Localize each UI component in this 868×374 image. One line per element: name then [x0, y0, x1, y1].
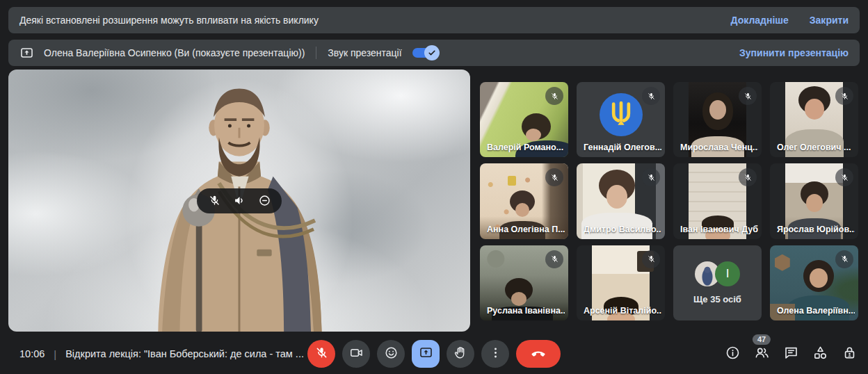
meeting-info: 10:06 | Відкрита лекція: "Іван Боберськи…: [19, 334, 304, 374]
overflow-count-label: Ще 35 осіб: [693, 294, 741, 304]
presentation-sound-toggle[interactable]: [412, 45, 440, 60]
mic-toggle-button[interactable]: [307, 340, 335, 368]
presenter-label: Олена Валеріївна Осипенко (Ви (показуєте…: [44, 47, 305, 58]
participant-count-badge: 47: [753, 334, 771, 345]
participants-button[interactable]: 47: [753, 340, 771, 368]
mic-muted-icon: [739, 87, 757, 105]
participant-tile-olena[interactable]: Олена Валеріївн...: [770, 245, 858, 320]
presentation-mic-off-icon: [204, 190, 225, 211]
presentation-banner: Олена Валеріївна Осипенко (Ви (показуєте…: [8, 40, 860, 66]
participant-tile-myroslava[interactable]: Мирослава Ченц...: [673, 82, 762, 157]
meeting-details-button[interactable]: [723, 340, 741, 368]
participant-name: Геннадій Олегов...: [584, 143, 661, 152]
google-meet-window: Деякі встановлені розширення можуть впли…: [0, 0, 868, 374]
reactions-button[interactable]: [377, 340, 405, 368]
participant-tile-arsenii[interactable]: Арсеній Віталійо...: [577, 245, 665, 320]
participant-tile-valerii[interactable]: Валерій Романо...: [480, 82, 568, 157]
lock-icon: [842, 345, 858, 363]
more-options-button[interactable]: [481, 340, 509, 368]
bottom-bar: 10:06 | Відкрита лекція: "Іван Боберськи…: [0, 334, 868, 374]
divider: |: [54, 348, 56, 360]
chat-button[interactable]: [782, 340, 800, 368]
clock: 10:06: [19, 348, 45, 359]
activities-icon: [812, 345, 828, 363]
mic-off-icon: [314, 345, 329, 362]
mic-muted-icon: [739, 168, 757, 186]
participant-tile-dmytro[interactable]: Дмитро Васильо...: [577, 163, 665, 238]
close-banner-button[interactable]: Закрити: [810, 15, 849, 26]
people-icon: [754, 345, 770, 363]
participant-tile-overflow[interactable]: ІЩе 35 осіб: [673, 245, 762, 320]
participant-tile-ruslana[interactable]: Руслана Іванівна...: [480, 245, 568, 320]
mic-muted-icon: [545, 250, 563, 268]
mic-muted-icon: [835, 87, 853, 105]
mic-muted-icon: [545, 87, 563, 105]
presentation-sound-label: Звук презентації: [328, 47, 401, 58]
mic-muted-icon: [642, 250, 660, 268]
divider: [316, 47, 316, 59]
participants-grid: Валерій Романо...Геннадій Олегов...Мирос…: [480, 82, 858, 320]
participant-name: Іван Іванович Дуб: [680, 225, 758, 234]
trident-avatar: [600, 93, 643, 136]
camera-toggle-button[interactable]: [342, 340, 370, 368]
participant-name: Арсеній Віталійо...: [584, 306, 661, 316]
call-controls: [307, 340, 561, 368]
details-button[interactable]: Докладніше: [731, 15, 789, 26]
participant-name: Валерій Романо...: [487, 143, 563, 152]
participant-name: Анна Олегівна П...: [487, 225, 565, 234]
extensions-warning-banner: Деякі встановлені розширення можуть впли…: [8, 7, 860, 33]
meeting-panels: 47: [723, 334, 858, 374]
more-dots-icon: [488, 345, 503, 362]
present-screen-icon: [419, 345, 433, 362]
presentation-volume-button[interactable]: [229, 190, 250, 211]
participant-tile-yaroslav[interactable]: Ярослав Юрійов...: [770, 163, 858, 238]
present-button[interactable]: [412, 340, 440, 368]
participant-name: Дмитро Васильо...: [584, 225, 661, 234]
presentation-hover-controls: [197, 188, 282, 213]
info-icon: [725, 345, 741, 363]
overflow-avatars: І: [695, 261, 740, 286]
chat-icon: [783, 345, 799, 363]
participant-tile-hennadii[interactable]: Геннадій Олегов...: [577, 82, 665, 157]
mic-muted-icon: [642, 87, 660, 105]
participant-name: Мирослава Ченц...: [680, 143, 758, 152]
camera-icon: [349, 345, 364, 362]
mic-muted-icon: [835, 168, 853, 186]
meeting-title: Відкрита лекція: "Іван Боберський: де си…: [65, 348, 304, 359]
participant-tile-ivan[interactable]: Іван Іванович Дуб: [673, 163, 762, 238]
participant-name: Олег Олегович ...: [777, 143, 851, 152]
participant-name: Олена Валеріївн...: [777, 306, 855, 316]
participant-name: Ярослав Юрійов...: [777, 225, 855, 234]
present-screen-icon: [19, 46, 34, 60]
hand-icon: [453, 345, 468, 362]
smiley-icon: [384, 345, 399, 362]
stop-presentation-button[interactable]: Зупинити презентацію: [739, 47, 849, 58]
participant-tile-oleh[interactable]: Олег Олегович ...: [770, 82, 858, 157]
extensions-warning-message: Деякі встановлені розширення можуть впли…: [19, 15, 319, 26]
participant-avatar-letter: І: [715, 261, 740, 286]
participant-name: Руслана Іванівна...: [487, 306, 565, 316]
presentation-tile[interactable]: [8, 70, 470, 332]
activities-button[interactable]: [811, 340, 829, 368]
end-call-icon: [530, 345, 547, 364]
host-controls-button[interactable]: [840, 340, 858, 368]
end-call-button[interactable]: [516, 340, 561, 368]
raise-hand-button[interactable]: [447, 340, 474, 368]
mic-muted-icon: [835, 250, 853, 268]
presentation-remove-button[interactable]: [254, 190, 275, 211]
participant-tile-anna[interactable]: Анна Олегівна П...: [480, 163, 568, 238]
